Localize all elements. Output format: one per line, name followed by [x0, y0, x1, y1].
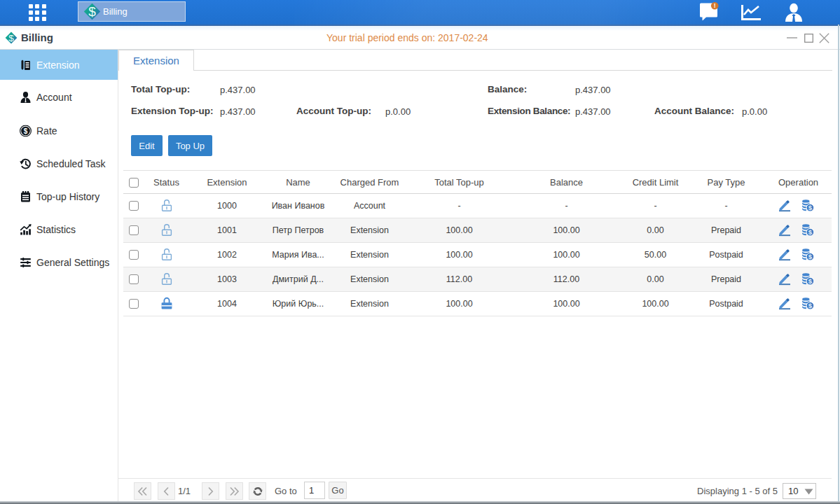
svg-text:$: $: [808, 253, 813, 260]
svg-text:$: $: [8, 33, 14, 43]
svg-text:$: $: [24, 127, 28, 134]
svg-text:$: $: [808, 302, 813, 309]
svg-text:$: $: [88, 4, 96, 19]
svg-text:!: !: [714, 2, 716, 9]
svg-text:$: $: [808, 204, 813, 211]
svg-text:$: $: [808, 228, 813, 236]
svg-text:$: $: [808, 277, 813, 285]
